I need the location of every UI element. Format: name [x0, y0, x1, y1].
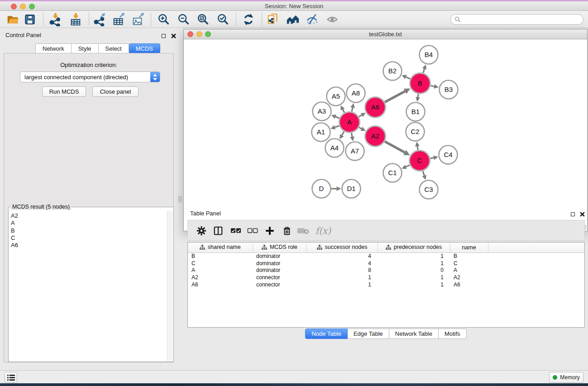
- tab-edge-table[interactable]: Edge Table: [348, 329, 389, 339]
- show-home-networks-button[interactable]: [285, 12, 301, 27]
- table-row[interactable]: Bdominator41B: [188, 253, 585, 260]
- network-canvas[interactable]: B4B2BB3A5A8A6A3B1AA1C2A2A4A7C4CC1C3DD1: [184, 39, 587, 231]
- table-cell[interactable]: A2: [450, 274, 488, 281]
- graph-edge[interactable]: [342, 132, 344, 135]
- splitter-handle-vertical[interactable]: [178, 196, 182, 202]
- search-input[interactable]: [461, 15, 583, 24]
- column-header-successor-nodes[interactable]: successor nodes: [306, 243, 378, 253]
- table-cell[interactable]: 4: [306, 260, 378, 267]
- table-settings-button[interactable]: [195, 225, 208, 237]
- table-cell[interactable]: 1: [378, 253, 450, 260]
- add-column-button[interactable]: [263, 225, 277, 237]
- column-header-shared-name[interactable]: shared name: [188, 243, 253, 253]
- table-cell[interactable]: C: [450, 260, 488, 267]
- delete-column-button[interactable]: [296, 225, 310, 237]
- hide-selected-button[interactable]: [305, 12, 320, 27]
- table-cell[interactable]: 1: [378, 260, 450, 267]
- delete-rows-button[interactable]: [280, 225, 294, 237]
- zoom-selected-icon: [216, 13, 230, 26]
- table-row[interactable]: A2connector11A2: [188, 274, 585, 281]
- table-cell[interactable]: B: [188, 253, 253, 260]
- table-cell[interactable]: A: [188, 267, 253, 274]
- graph-edge[interactable]: [359, 115, 362, 117]
- show-selected-button[interactable]: [325, 12, 340, 27]
- toolbar-separator: [43, 13, 43, 26]
- graph-edge[interactable]: [423, 171, 424, 176]
- export-table-button[interactable]: [111, 12, 126, 27]
- tab-network-table[interactable]: Network Table: [389, 329, 439, 339]
- graph-edge[interactable]: [423, 69, 425, 73]
- panel-menu-button[interactable]: [5, 372, 17, 383]
- table-cell[interactable]: dominator: [253, 267, 306, 274]
- table-cell[interactable]: 0: [378, 267, 450, 274]
- table-cell[interactable]: A6: [188, 281, 253, 288]
- graph-edge[interactable]: [406, 165, 410, 167]
- clone-network-button[interactable]: [266, 12, 281, 27]
- columns-icon: [213, 226, 223, 236]
- show-column-panel-button[interactable]: [211, 225, 225, 237]
- graph-edge[interactable]: [335, 126, 339, 127]
- graph-edge[interactable]: [430, 158, 434, 159]
- table-cell[interactable]: 1: [306, 274, 378, 281]
- graph-edge[interactable]: [406, 77, 410, 79]
- open-file-button[interactable]: [5, 12, 20, 27]
- export-image-button[interactable]: [130, 12, 146, 27]
- tab-node-table[interactable]: Node Table: [305, 329, 348, 339]
- zoom-out-button[interactable]: [176, 12, 191, 27]
- graph-node-label: A5: [332, 92, 340, 100]
- table-panel: Table Panel: [184, 207, 588, 342]
- export-network-button[interactable]: [92, 12, 107, 27]
- select-all-rows-button[interactable]: [229, 225, 243, 237]
- table-cell[interactable]: 8: [306, 267, 378, 274]
- column-header-mcds-role[interactable]: MCDS role: [253, 243, 306, 253]
- zoom-in-button[interactable]: [156, 12, 172, 27]
- zoom-fit-button[interactable]: [196, 12, 211, 27]
- table-row[interactable]: Adominator80A: [188, 267, 585, 274]
- graph-edge[interactable]: [359, 127, 362, 129]
- table-panel-float-button[interactable]: [569, 210, 577, 218]
- graph-edge[interactable]: [385, 142, 405, 152]
- table-cell[interactable]: C: [188, 260, 253, 267]
- table-cell[interactable]: 1: [378, 281, 450, 288]
- graph-node-label: A: [347, 118, 352, 126]
- open-folder-icon: [6, 13, 19, 26]
- table-cell[interactable]: connector: [253, 274, 306, 281]
- table-cell[interactable]: dominator: [253, 260, 306, 267]
- table-cell[interactable]: 4: [306, 253, 378, 260]
- edge-arrowhead-icon: [416, 97, 420, 102]
- refresh-layout-button[interactable]: [241, 12, 256, 27]
- float-icon: [571, 212, 575, 216]
- graph-edge[interactable]: [430, 86, 434, 86]
- table-cell[interactable]: 1: [378, 274, 450, 281]
- graph-edge[interactable]: [385, 91, 405, 102]
- graph-edge[interactable]: [417, 146, 418, 150]
- graph-edge[interactable]: [335, 117, 339, 118]
- table-row[interactable]: A6connector11A6: [188, 281, 585, 288]
- graph-edge[interactable]: [418, 94, 418, 97]
- tab-motifs[interactable]: Motifs: [439, 329, 467, 339]
- network-window-titlebar: testGlobe.txt: [184, 29, 587, 39]
- graph-edge[interactable]: [343, 110, 344, 113]
- table-row[interactable]: Cdominator41C: [188, 260, 585, 267]
- import-network-button[interactable]: [48, 12, 63, 27]
- deselect-all-rows-button[interactable]: [246, 225, 259, 237]
- save-session-button[interactable]: [22, 12, 38, 27]
- apply-function-button[interactable]: f(x): [314, 225, 333, 237]
- table-cell[interactable]: A2: [188, 274, 253, 281]
- memory-button[interactable]: Memory: [549, 372, 583, 383]
- graph-node-label: A4: [330, 144, 339, 152]
- table-cell[interactable]: A6: [450, 281, 488, 288]
- eye-icon: [326, 13, 339, 26]
- table-cell[interactable]: B: [450, 253, 488, 260]
- zoom-selected-button[interactable]: [215, 12, 231, 27]
- table-cell[interactable]: A: [450, 267, 488, 274]
- import-table-button[interactable]: [68, 12, 83, 27]
- table-cell[interactable]: dominator: [253, 253, 306, 260]
- table-cell[interactable]: 1: [306, 281, 378, 288]
- table-cell[interactable]: connector: [253, 281, 306, 288]
- table-panel-close-button[interactable]: [578, 210, 586, 218]
- graph-edge[interactable]: [352, 108, 353, 112]
- column-header-predecessor-nodes[interactable]: predecessor nodes: [378, 243, 450, 253]
- column-header-name[interactable]: name: [450, 243, 488, 253]
- graph-edge[interactable]: [351, 133, 352, 137]
